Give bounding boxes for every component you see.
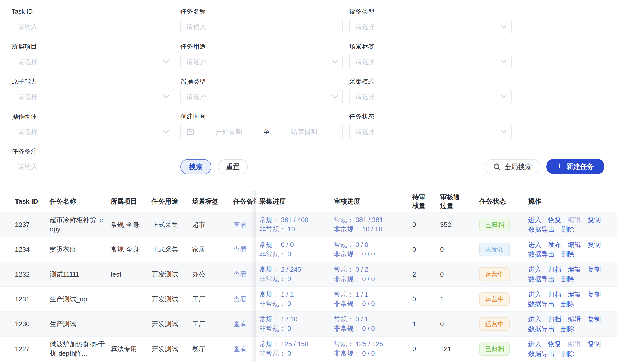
view-note-link[interactable]: 查看 (233, 270, 247, 278)
action-link[interactable]: 删除 (561, 349, 574, 358)
actions-line2: 数据导出删除 (528, 349, 613, 358)
action-link[interactable]: 编辑 (568, 265, 581, 274)
action-link[interactable]: 数据导出 (528, 249, 555, 259)
select-input[interactable]: 请选择 (349, 54, 512, 69)
date-range-input[interactable]: 开始日期 至 结束日期 (180, 124, 343, 139)
view-note-link[interactable]: 查看 (233, 320, 247, 328)
header-task-name: 任务名称 (50, 197, 111, 206)
text-input[interactable] (12, 19, 174, 34)
action-link[interactable]: 复制 (588, 314, 601, 324)
text-input-box[interactable] (18, 163, 168, 171)
select-input[interactable]: 请选择 (349, 89, 512, 104)
action-link[interactable]: 删除 (561, 249, 574, 259)
end-date-placeholder[interactable]: 结束日期 (271, 127, 337, 136)
start-date-placeholder[interactable]: 开始日期 (196, 127, 262, 136)
text-input[interactable] (180, 19, 343, 34)
action-link[interactable]: 复制 (588, 215, 601, 225)
cell-actions: 进入恢复编辑复制 数据导出删除 (528, 215, 613, 234)
action-link[interactable]: 删除 (561, 299, 574, 309)
filter-field-label: 所属项目 (12, 43, 174, 50)
text-input-box[interactable] (186, 23, 337, 31)
cell-actions: 进入发布编辑复制 数据导出删除 (528, 240, 613, 259)
select-input[interactable]: 请选择 (349, 19, 512, 34)
cell-scene-tag: 办公 (192, 270, 233, 279)
action-link[interactable]: 发布 (548, 240, 561, 249)
progress-text: 非常规： 0 (259, 299, 334, 308)
text-input[interactable] (12, 159, 174, 174)
cell-task-id: 1237 (0, 221, 50, 229)
action-link[interactable]: 进入 (528, 215, 541, 225)
chevron-down-icon (163, 58, 169, 63)
select-input[interactable]: 请选择 (180, 54, 343, 69)
action-link[interactable]: 复制 (588, 240, 601, 249)
action-link[interactable]: 编辑 (568, 314, 581, 324)
cell-scene-tag: 工厂 (192, 320, 233, 329)
action-link[interactable]: 删除 (561, 274, 574, 284)
select-input[interactable]: 请选择 (12, 124, 174, 139)
view-note-link[interactable]: 查看 (233, 221, 247, 228)
actions-line2: 数据导出删除 (528, 274, 613, 284)
cell-task-status: 未发布 (479, 243, 528, 256)
action-link[interactable]: 归档 (548, 314, 561, 324)
status-badge: 运营中 (479, 317, 510, 331)
cell-task-name: 生产测试_op (50, 295, 111, 304)
action-link[interactable]: 数据导出 (528, 349, 555, 358)
action-link: 编辑 (568, 215, 581, 225)
action-link[interactable]: 删除 (561, 324, 574, 334)
select-input[interactable]: 请选择 (349, 124, 512, 139)
view-note-link[interactable]: 查看 (233, 246, 247, 253)
cell-task-note: 查看 (233, 295, 256, 304)
search-button[interactable]: 搜索 (180, 159, 211, 174)
action-link[interactable]: 复制 (588, 265, 601, 274)
global-search-button[interactable]: 全局搜索 (485, 159, 540, 174)
action-link[interactable]: 进入 (528, 339, 541, 349)
action-link[interactable]: 恢复 (548, 215, 561, 225)
chevron-down-icon (501, 58, 507, 63)
cell-pending-review-count: 0 (412, 345, 440, 353)
select-input[interactable]: 请选择 (180, 89, 343, 104)
new-task-button[interactable]: + 新建任务 (546, 159, 604, 174)
action-link[interactable]: 数据导出 (528, 274, 555, 284)
select-input[interactable]: 请选择 (12, 89, 174, 104)
filter-field-label: Task ID (12, 8, 174, 15)
cell-pending-review-count: 0 (412, 246, 440, 253)
action-link[interactable]: 数据导出 (528, 324, 555, 334)
cell-review-progress: 常规： 0 / 1非常规： 0 / 0 (334, 315, 412, 333)
action-link[interactable]: 数据导出 (528, 299, 555, 309)
reset-button[interactable]: 重置 (218, 159, 248, 174)
action-link[interactable]: 进入 (528, 265, 541, 274)
cell-task-id: 1231 (0, 295, 50, 303)
action-link[interactable]: 数据导出 (528, 225, 555, 234)
action-link[interactable]: 复制 (588, 339, 601, 349)
actions-line2: 数据导出删除 (528, 299, 613, 309)
action-link[interactable]: 进入 (528, 240, 541, 249)
action-link[interactable]: 进入 (528, 289, 541, 299)
action-link[interactable]: 归档 (548, 289, 561, 299)
actions-line2: 数据导出删除 (528, 249, 613, 259)
action-link[interactable]: 进入 (528, 314, 541, 324)
action-link[interactable]: 编辑 (568, 289, 581, 299)
action-link[interactable]: 编辑 (568, 240, 581, 249)
filter-field-label: 创建时间 (180, 113, 343, 120)
cell-review-progress: 常规： 0 / 2非常规： 0 / 0 (334, 265, 412, 284)
cell-collect-progress: 常规： 0 / 0非常规： 0 (256, 240, 334, 259)
view-note-link[interactable]: 查看 (233, 345, 247, 353)
cell-scene-tag: 工厂 (192, 295, 233, 304)
view-note-link[interactable]: 查看 (233, 295, 247, 303)
cell-task-status: 运营中 (479, 292, 528, 306)
action-link[interactable]: 归档 (548, 265, 561, 274)
cell-actions: 进入恢复编辑复制 数据导出删除 (528, 339, 613, 358)
action-link[interactable]: 复制 (588, 289, 601, 299)
cell-purpose: 正式采集 (152, 245, 192, 254)
action-link[interactable]: 删除 (561, 225, 574, 234)
chevron-down-icon (332, 58, 338, 63)
text-input-box[interactable] (18, 23, 168, 31)
filter-actions-row: 任务备注 搜索 重置 全局搜索 + 新建任务 (12, 148, 617, 174)
select-input[interactable]: 请选择 (12, 54, 174, 69)
progress-text: 常规： 125 / 125 (334, 339, 412, 349)
filter-field-label: 遥操类型 (180, 78, 343, 85)
progress-text: 非常规： 0 (259, 324, 334, 333)
cell-scene-tag: 超市 (192, 220, 233, 229)
table-row: 1227 微波炉加热食物-干扰-depth降... 算法专用 开发测试 餐厅 查… (0, 337, 617, 361)
action-link[interactable]: 恢复 (548, 339, 561, 349)
